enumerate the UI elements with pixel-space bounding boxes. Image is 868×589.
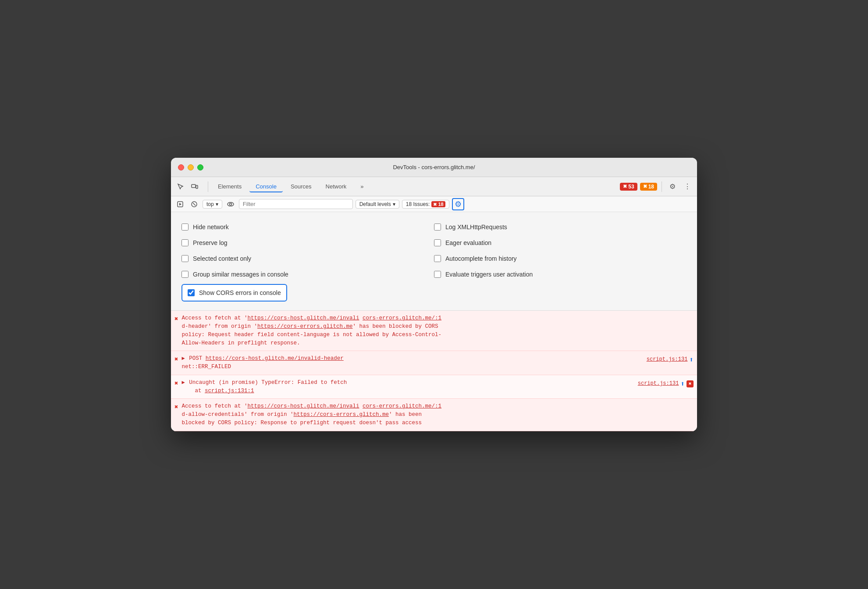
eval-triggers-label: Evaluate triggers user activation [445,271,533,278]
issues-count: ✖ 18 [431,201,445,207]
main-toolbar: Elements Console Sources Network » ✖ 53 … [171,177,697,196]
setting-autocomplete: Autocomplete from history [434,251,687,266]
hide-network-checkbox[interactable] [181,224,189,231]
warnings-badge[interactable]: ✖ 18 [640,183,657,191]
toolbar-right: ✖ 53 ✖ 18 ⚙ ⋮ [620,181,694,193]
settings-panel: Hide network Preserve log Selected conte… [171,212,697,311]
log-xmlhttp-checkbox[interactable] [434,224,441,231]
eager-eval-checkbox[interactable] [434,239,441,246]
error-text-2: ▶ POST https://cors-host.glitch.me/inval… [181,355,643,371]
eye-icon[interactable] [225,199,236,210]
eager-eval-label: Eager evaluation [445,239,491,246]
context-selector[interactable]: top ▾ [203,200,222,209]
log-xmlhttp-label: Log XMLHttpRequests [445,224,507,231]
console-settings-icon[interactable]: ⚙ [452,198,464,210]
tab-console[interactable]: Console [249,181,283,192]
settings-icon[interactable]: ⚙ [666,181,679,193]
console-output: ✖ Access to fetch at 'https://cors-host.… [171,311,697,431]
error-link-2[interactable]: https://cors-host.glitch.me/invalid-head… [206,355,344,362]
selected-context-checkbox[interactable] [181,255,189,262]
preserve-log-label: Preserve log [193,239,228,246]
console-error-1: ✖ Access to fetch at 'https://cors-host.… [171,311,697,351]
errors-count: 53 [628,184,634,190]
svg-line-5 [193,203,196,206]
setting-show-cors: Show CORS errors in console [181,284,287,302]
warnings-count: 18 [648,184,654,190]
expand-icon-2[interactable]: ▶ [181,355,185,362]
console-error-4: ✖ Access to fetch at 'https://cors-host.… [171,399,697,431]
expand-icon-3[interactable]: ▶ [181,380,185,386]
error-icon-2: ✖ [174,355,178,363]
setting-hide-network: Hide network [181,219,434,235]
console-error-2: ✖ ▶ POST https://cors-host.glitch.me/inv… [171,351,697,375]
toolbar-separator [208,181,208,192]
issues-counter[interactable]: 18 Issues: ✖ 18 [402,200,449,209]
error-link-1c[interactable]: https://cors-errors.glitch.me [257,323,353,330]
svg-point-7 [229,203,231,205]
setting-eval-triggers: Evaluate triggers user activation [434,266,687,282]
titlebar: DevTools - cors-errors.glitch.me/ [171,158,697,177]
errors-badge[interactable]: ✖ 53 [620,183,637,191]
error-source-3[interactable]: script.js:131 [638,380,679,387]
group-similar-checkbox[interactable] [181,271,189,278]
console-error-3: ✖ ▶ Uncaught (in promise) TypeError: Fai… [171,375,697,399]
error-actions-3: script.js:131 ⬆ ✖ [638,380,694,388]
error-link-1b[interactable]: cors-errors.glitch.me/:1 [363,315,441,321]
level-chevron-icon: ▾ [393,201,395,207]
close-button[interactable] [178,164,184,170]
dismiss-icon-3[interactable]: ✖ [687,380,694,387]
group-similar-label: Group similar messages in console [193,271,288,278]
upload-icon-3[interactable]: ⬆ [680,380,685,388]
device-toolbar-icon[interactable] [189,181,201,193]
tab-more[interactable]: » [354,181,370,192]
error-link-4b[interactable]: cors-errors.glitch.me/:1 [363,403,441,409]
hide-network-label: Hide network [193,224,229,231]
tab-elements[interactable]: Elements [212,181,248,192]
devtools-window: DevTools - cors-errors.glitch.me/ Elemen… [171,158,697,431]
settings-left-column: Hide network Preserve log Selected conte… [181,219,434,303]
log-level-selector[interactable]: Default levels ▾ [356,200,399,209]
maximize-button[interactable] [197,164,203,170]
toolbar-icons [174,181,201,193]
tab-sources[interactable]: Sources [285,181,318,192]
error-source-2[interactable]: script.js:131 [647,356,688,362]
preserve-log-checkbox[interactable] [181,239,189,246]
issues-icon: ✖ [433,202,437,207]
error-icon: ✖ [623,184,627,189]
error-text-4: Access to fetch at 'https://cors-host.gl… [181,402,694,427]
setting-group-similar: Group similar messages in console [181,266,434,282]
setting-eager-eval: Eager evaluation [434,235,687,251]
show-cors-checkbox[interactable] [188,289,195,296]
upload-icon-2[interactable]: ⬆ [689,355,694,364]
eval-triggers-checkbox[interactable] [434,271,441,278]
filter-input[interactable] [239,199,353,209]
traffic-lights [178,164,203,170]
svg-marker-3 [179,203,181,206]
setting-log-xmlhttp: Log XMLHttpRequests [434,219,687,235]
more-options-icon[interactable]: ⋮ [681,181,694,193]
tab-network[interactable]: Network [320,181,353,192]
error-link-4c[interactable]: https://cors-errors.glitch.me [293,412,389,418]
error-icon-4: ✖ [174,403,178,411]
console-toolbar: top ▾ Default levels ▾ 18 Issues: ✖ 18 ⚙ [171,196,697,212]
error-link-1a[interactable]: https://cors-host.glitch.me/invali [247,315,359,321]
error-actions-2: script.js:131 ⬆ [647,355,694,364]
clear-console-icon[interactable] [189,199,200,210]
setting-preserve-log: Preserve log [181,235,434,251]
error-icon-1: ✖ [174,315,178,323]
autocomplete-checkbox[interactable] [434,255,441,262]
error-text-1: Access to fetch at 'https://cors-host.gl… [181,314,694,347]
run-snippet-icon[interactable] [174,199,186,210]
inspector-icon[interactable] [174,181,187,193]
level-label: Default levels [359,201,391,207]
window-title: DevTools - cors-errors.glitch.me/ [393,164,475,170]
right-separator [662,181,662,192]
warning-icon: ✖ [643,184,647,189]
error-link-4a[interactable]: https://cors-host.glitch.me/invali [247,403,359,409]
show-cors-label: Show CORS errors in console [199,289,281,296]
issues-text: 18 Issues: [406,201,430,207]
autocomplete-label: Autocomplete from history [445,255,517,262]
minimize-button[interactable] [188,164,194,170]
error-link-3[interactable]: script.js:131:1 [205,388,254,394]
svg-rect-0 [192,185,196,188]
